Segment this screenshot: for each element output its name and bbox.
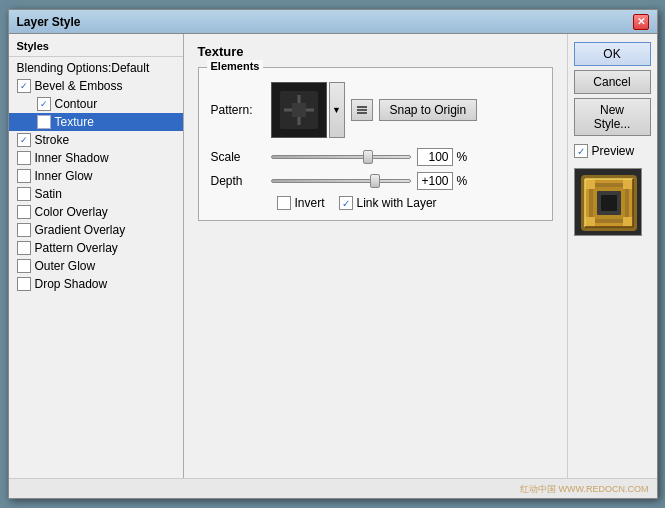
sidebar: Styles Blending Options:Default ✓ Bevel … <box>9 34 184 478</box>
sidebar-item-blending[interactable]: Blending Options:Default <box>9 59 183 77</box>
pattern-overlay-label: Pattern Overlay <box>35 241 118 255</box>
pattern-overlay-check[interactable] <box>17 241 31 255</box>
sidebar-item-pattern-overlay[interactable]: Pattern Overlay <box>9 239 183 257</box>
depth-label: Depth <box>211 174 271 188</box>
sidebar-item-gradient-overlay[interactable]: Gradient Overlay <box>9 221 183 239</box>
inner-shadow-label: Inner Shadow <box>35 151 109 165</box>
pattern-svg <box>272 83 326 137</box>
invert-check-box[interactable] <box>277 196 291 210</box>
cancel-button[interactable]: Cancel <box>574 70 651 94</box>
pattern-options-button[interactable] <box>351 99 373 121</box>
pattern-preview <box>271 82 327 138</box>
close-button[interactable]: ✕ <box>633 14 649 30</box>
scale-row: Scale % <box>211 148 540 166</box>
depth-row: Depth % <box>211 172 540 190</box>
scale-value-input[interactable] <box>417 148 453 166</box>
depth-value-input[interactable] <box>417 172 453 190</box>
group-box-label: Elements <box>207 60 264 72</box>
inner-glow-label: Inner Glow <box>35 169 93 183</box>
bevel-emboss-check[interactable]: ✓ <box>17 79 31 93</box>
sidebar-item-stroke[interactable]: ✓ Stroke <box>9 131 183 149</box>
contour-check[interactable]: ✓ <box>37 97 51 111</box>
link-with-layer-label: Link with Layer <box>357 196 437 210</box>
snap-to-origin-button[interactable]: Snap to Origin <box>379 99 478 121</box>
blending-label: Blending Options:Default <box>17 61 150 75</box>
svg-rect-16 <box>623 217 633 227</box>
preview-checkbox[interactable]: ✓ Preview <box>574 144 651 158</box>
section-title: Texture <box>198 44 553 59</box>
svg-rect-4 <box>292 103 306 117</box>
sidebar-item-bevel-emboss[interactable]: ✓ Bevel & Emboss <box>9 77 183 95</box>
scale-slider-thumb[interactable] <box>363 150 373 164</box>
preview-svg <box>575 169 642 236</box>
stroke-label: Stroke <box>35 133 70 147</box>
scale-slider-track[interactable] <box>271 155 411 159</box>
preview-label: Preview <box>592 144 635 158</box>
satin-label: Satin <box>35 187 62 201</box>
svg-rect-6 <box>357 109 367 111</box>
invert-label: Invert <box>295 196 325 210</box>
scale-unit: % <box>457 150 468 164</box>
texture-check[interactable]: ✓ <box>37 115 51 129</box>
pattern-row: Pattern: ▼ <box>211 82 540 138</box>
color-overlay-check[interactable] <box>17 205 31 219</box>
sidebar-item-color-overlay[interactable]: Color Overlay <box>9 203 183 221</box>
svg-rect-15 <box>585 217 595 227</box>
pattern-label: Pattern: <box>211 103 271 117</box>
depth-slider-track[interactable] <box>271 179 411 183</box>
svg-rect-13 <box>585 179 595 189</box>
sidebar-item-inner-shadow[interactable]: Inner Shadow <box>9 149 183 167</box>
texture-label: Texture <box>55 115 94 129</box>
sidebar-item-inner-glow[interactable]: Inner Glow <box>9 167 183 185</box>
contour-label: Contour <box>55 97 98 111</box>
link-check-box[interactable]: ✓ <box>339 196 353 210</box>
satin-check[interactable] <box>17 187 31 201</box>
drop-shadow-label: Drop Shadow <box>35 277 108 291</box>
bevel-emboss-label: Bevel & Emboss <box>35 79 123 93</box>
inner-glow-check[interactable] <box>17 169 31 183</box>
dialog-body: Styles Blending Options:Default ✓ Bevel … <box>9 34 657 478</box>
svg-rect-18 <box>601 195 617 211</box>
invert-checkbox[interactable]: Invert <box>277 196 325 210</box>
pattern-dropdown-button[interactable]: ▼ <box>329 82 345 138</box>
watermark-text: 红动中国 WWW.REDOCN.COM <box>520 484 649 494</box>
preview-thumbnail <box>574 168 642 236</box>
color-overlay-label: Color Overlay <box>35 205 108 219</box>
gradient-overlay-label: Gradient Overlay <box>35 223 126 237</box>
styles-label: Styles <box>9 38 183 57</box>
elements-group: Elements Pattern: ▼ <box>198 67 553 221</box>
stroke-check[interactable]: ✓ <box>17 133 31 147</box>
layer-style-dialog: Layer Style ✕ Styles Blending Options:De… <box>8 9 658 499</box>
watermark-bar: 红动中国 WWW.REDOCN.COM <box>9 478 657 498</box>
svg-rect-5 <box>357 106 367 108</box>
new-style-button[interactable]: New Style... <box>574 98 651 136</box>
options-icon <box>356 104 368 116</box>
svg-rect-7 <box>357 112 367 114</box>
drop-shadow-check[interactable] <box>17 277 31 291</box>
right-panel: OK Cancel New Style... ✓ Preview <box>567 34 657 478</box>
sidebar-item-contour[interactable]: ✓ Contour <box>9 95 183 113</box>
gradient-overlay-check[interactable] <box>17 223 31 237</box>
inner-shadow-check[interactable] <box>17 151 31 165</box>
sidebar-item-drop-shadow[interactable]: Drop Shadow <box>9 275 183 293</box>
depth-slider-thumb[interactable] <box>370 174 380 188</box>
main-content: Texture Elements Pattern: <box>184 34 567 478</box>
svg-rect-14 <box>623 179 633 189</box>
ok-button[interactable]: OK <box>574 42 651 66</box>
depth-unit: % <box>457 174 468 188</box>
outer-glow-check[interactable] <box>17 259 31 273</box>
options-row: Invert ✓ Link with Layer <box>211 196 540 210</box>
title-bar: Layer Style ✕ <box>9 10 657 34</box>
sidebar-item-satin[interactable]: Satin <box>9 185 183 203</box>
sidebar-item-texture[interactable]: ✓ Texture <box>9 113 183 131</box>
link-with-layer-checkbox[interactable]: ✓ Link with Layer <box>339 196 437 210</box>
sidebar-item-outer-glow[interactable]: Outer Glow <box>9 257 183 275</box>
preview-check-box[interactable]: ✓ <box>574 144 588 158</box>
scale-label: Scale <box>211 150 271 164</box>
dialog-title: Layer Style <box>17 15 81 29</box>
outer-glow-label: Outer Glow <box>35 259 96 273</box>
